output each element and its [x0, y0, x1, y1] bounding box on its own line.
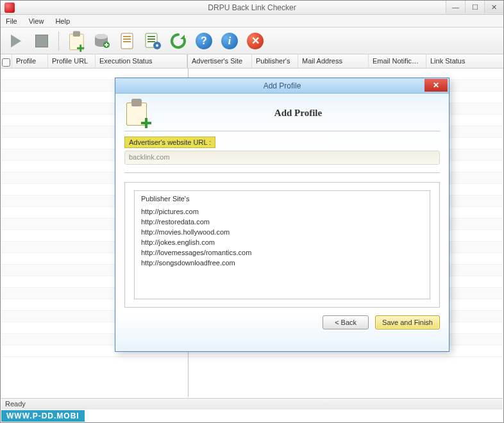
col-adv-site[interactable]: Advertiser's Site — [188, 54, 252, 68]
svg-rect-5 — [123, 38, 131, 40]
tasks-button[interactable] — [141, 29, 164, 53]
publisher-site-item[interactable]: http://songsdownloadfree.com — [141, 258, 423, 268]
menu-file[interactable]: File — [3, 16, 20, 26]
dialog-close-button[interactable]: ✕ — [424, 79, 448, 92]
dialog-title: Add Profile — [115, 81, 449, 90]
svg-point-1 — [95, 34, 108, 39]
menu-view[interactable]: View — [26, 16, 47, 26]
close-window-button[interactable]: ✕ — [484, 1, 503, 13]
col-mail[interactable]: Mail Address — [298, 54, 369, 68]
divider — [124, 172, 440, 173]
add-profile-dialog: Add Profile ✕ Add Profile Advertiser's w… — [115, 78, 449, 352]
refresh-icon — [169, 32, 187, 50]
database-icon — [92, 32, 110, 50]
status-text: Ready — [5, 400, 26, 408]
advertiser-url-label: Advertiser's website URL : — [124, 137, 215, 148]
exit-button[interactable]: ✕ — [244, 29, 267, 53]
toolbar-separator — [58, 31, 59, 51]
titlebar: DRPU Back Link Checker — ☐ ✕ — [1, 1, 503, 15]
advertiser-url-input[interactable]: backlink.com — [124, 151, 440, 165]
dialog-titlebar[interactable]: Add Profile ✕ — [115, 78, 449, 94]
select-all-checkbox[interactable] — [2, 58, 10, 67]
publisher-sites-frame: Publisher Site's http://pictures.comhttp… — [124, 182, 440, 308]
close-icon: ✕ — [247, 33, 264, 49]
status-bar: Ready — [1, 398, 503, 410]
clipboard-plus-icon — [124, 99, 150, 127]
database-button[interactable] — [90, 29, 113, 53]
tasklist-gear-icon — [144, 32, 162, 50]
publisher-site-item[interactable]: http://lovemessages/romantics.com — [141, 247, 423, 258]
publisher-sites-header: Publisher Site's — [141, 195, 423, 203]
col-exec-status[interactable]: Execution Status — [96, 54, 187, 68]
col-profile[interactable]: Profile — [12, 54, 48, 68]
stop-icon — [35, 35, 48, 47]
dialog-body: Add Profile Advertiser's website URL : b… — [115, 94, 449, 351]
watermark: WWW.P-DD.MOBI — [1, 410, 85, 422]
add-profile-button[interactable] — [64, 29, 87, 53]
help-button[interactable]: ? — [192, 29, 215, 53]
svg-rect-4 — [123, 36, 131, 37]
col-email-notif[interactable]: Email Notific… — [369, 54, 426, 68]
toolbar: ? i ✕ — [1, 28, 503, 54]
report-button[interactable] — [115, 29, 139, 53]
publisher-site-item[interactable]: http://movies.hollywood.com — [141, 227, 423, 237]
grid-headers: Profile Profile URL Execution Status Adv… — [1, 54, 503, 69]
window-title: DRPU Back Link Checker — [1, 3, 503, 12]
dialog-heading: Add Profile — [156, 108, 440, 119]
document-icon — [119, 32, 135, 50]
minimize-button[interactable]: — — [446, 1, 465, 13]
col-publisher[interactable]: Publisher's — [252, 54, 298, 68]
clipboard-plus-icon — [68, 31, 83, 51]
refresh-button[interactable] — [167, 29, 190, 53]
svg-point-9 — [156, 44, 158, 47]
play-button[interactable] — [4, 29, 28, 53]
info-button[interactable]: i — [218, 29, 241, 53]
publisher-site-item[interactable]: http://restoredata.com — [141, 217, 423, 227]
info-icon: i — [221, 33, 238, 49]
back-button[interactable]: < Back — [323, 315, 369, 329]
svg-rect-6 — [123, 41, 131, 42]
col-profile-url[interactable]: Profile URL — [48, 54, 96, 68]
help-icon: ? — [196, 33, 212, 49]
stop-button[interactable] — [30, 29, 53, 53]
publisher-site-item[interactable]: http://pictures.com — [141, 206, 423, 217]
menu-help[interactable]: Help — [53, 16, 72, 26]
menubar: File View Help — [1, 15, 503, 28]
col-checkbox[interactable] — [1, 54, 12, 68]
save-and-finish-button[interactable]: Save and Finish — [375, 315, 440, 329]
app-icon — [4, 3, 15, 13]
publisher-site-item[interactable]: http://jokes.english.com — [141, 237, 423, 247]
play-icon — [11, 35, 21, 47]
publisher-sites-list[interactable]: Publisher Site's http://pictures.comhttp… — [134, 190, 430, 299]
maximize-button[interactable]: ☐ — [465, 1, 484, 13]
col-link-status[interactable]: Link Status — [426, 54, 503, 68]
